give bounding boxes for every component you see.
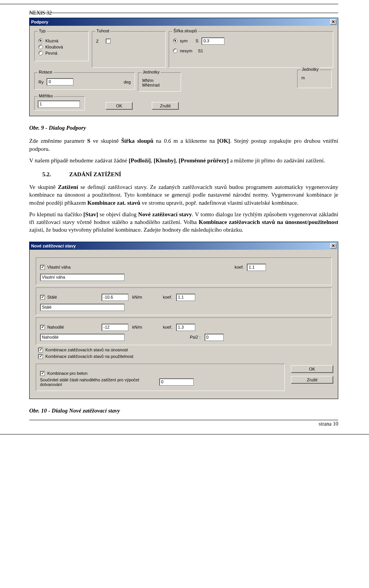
group-rotace: Rotace Ry 0 deg (34, 72, 135, 90)
s1-label: S1 (195, 48, 203, 53)
radio-kluzna-label: Kluzná (45, 38, 58, 43)
dialog2-titlebar: Nové zatěžovací stavy ✕ (30, 242, 338, 250)
group-tuhost-legend: Tuhost (95, 28, 110, 33)
radio-kloubova[interactable]: Kloubová (38, 45, 85, 49)
radio-pevna[interactable]: Pevná (38, 51, 85, 55)
radio-dot-icon (38, 45, 43, 49)
input-nahodile-koef[interactable]: 1.3 (176, 324, 195, 331)
input-ry[interactable]: 0 (47, 78, 73, 85)
figure-caption-9: Obr. 9 - Dialog Podpory (29, 124, 338, 132)
group-nahodile: Nahodilé -12 kN/m koef. 1.3 Nahodilé Psi… (36, 317, 332, 345)
check-komb-pouzitelnost[interactable]: Kombinace zatěžovacích stavů na použitel… (38, 354, 329, 359)
close-icon[interactable]: ✕ (330, 243, 336, 249)
group-rotace-legend: Rotace (38, 70, 53, 74)
unit-m: m (301, 75, 305, 80)
deg-label: deg (124, 80, 131, 84)
cancel-button-2[interactable]: Zrušit (291, 376, 333, 384)
dialog-titlebar: Podpory ✕ (30, 18, 338, 26)
input-nahodile-val[interactable]: -12 (101, 324, 128, 331)
dialog-nove-zs: Nové zatěžovací stavy ✕ Vlastní váha koe… (29, 242, 338, 399)
beton-text: Součinitel stálé části nahodilého zatíže… (40, 378, 155, 387)
check-beton-label: Kombinace pro beton (47, 371, 88, 376)
check-vlastni[interactable]: Vlastní váha (40, 265, 71, 270)
radio-pevna-label: Pevná (45, 51, 57, 55)
checkbox-icon (40, 265, 45, 270)
radio-kloubova-label: Kloubová (45, 45, 63, 49)
s-label: S (191, 38, 198, 43)
group-sirka: Šířka sloupů sym S 0.3 nesym S1 (169, 31, 333, 68)
radio-sym[interactable]: sym (173, 38, 188, 43)
input-meritko[interactable]: 1 (38, 100, 80, 108)
group-beton: Kombinace pro beton Součinitel stálé čás… (36, 364, 285, 391)
unit-knm: kN/m (132, 325, 159, 329)
radio-dot-icon (38, 51, 43, 55)
input-psi2[interactable]: 0 (204, 334, 224, 341)
check-z[interactable]: Z (96, 38, 161, 43)
radio-dot-icon (38, 38, 43, 43)
radio-kluzna[interactable]: Kluzná (38, 38, 85, 43)
group-jedn-rot-legend: Jednotky (141, 70, 161, 74)
group-tuhost: Tuhost Z (92, 31, 166, 68)
dialog2-title: Nové zatěžovací stavy (31, 244, 76, 248)
section-heading: 5.2.ZADÁNÍ ZATÍŽENÍ (42, 171, 338, 178)
paragraph-3: Ve skupině Zatížení se definují zatěžova… (29, 183, 338, 207)
group-typ: Typ Kluzná Kloubová Pevná (34, 31, 89, 61)
group-meritko: Měřítko 1 (34, 96, 85, 110)
radio-dot-icon (173, 38, 178, 43)
z-label: Z (96, 39, 99, 43)
radio-dot-icon (173, 48, 178, 53)
check-nahodile[interactable]: Nahodilé (40, 325, 98, 330)
footer-rule-2 (0, 434, 369, 434)
input-vlastni-name[interactable]: Vlastní váha (40, 274, 125, 281)
input-stale-val[interactable]: -10.6 (101, 294, 128, 301)
cancel-button[interactable]: Zrušit (152, 102, 179, 110)
unit-knm: kN/m (132, 295, 159, 299)
check-stale-label: Stálé (47, 295, 57, 299)
check-komb-unosnost[interactable]: Kombinace zatěžovacích stavů na únosnost (38, 347, 329, 352)
check-nahodile-label: Nahodilé (47, 325, 64, 329)
group-vlastni: Vlastní váha koef. 1.1 Vlastní váha (36, 257, 332, 285)
input-stale-koef[interactable]: 1.1 (176, 294, 195, 301)
check-beton[interactable]: Kombinace pro beton (40, 371, 281, 376)
dialog-podpory: Podpory ✕ Typ Kluzná Kloubová Pevná (29, 18, 338, 116)
input-vlastni-koef[interactable]: 1.1 (247, 264, 266, 271)
checkbox-icon (40, 371, 45, 376)
check-komb1-label: Kombinace zatěžovacích stavů na únosnost (45, 347, 128, 352)
radio-nesym-label: nesym (180, 48, 192, 53)
unit-mnm-rad: MNm/rad (142, 83, 177, 87)
check-komb2-label: Kombinace zatěžovacích stavů na použitel… (45, 354, 133, 359)
header-app-name: NEXIS 32 (29, 10, 52, 16)
dialog-title: Podpory (31, 20, 48, 24)
header-rule-2 (29, 13, 338, 13)
input-s[interactable]: 0.3 (201, 37, 224, 45)
psi2-label: Psi2 : (190, 335, 201, 339)
group-jedn-sirka-legend: Jednotky (301, 67, 320, 72)
section-number: 5.2. (42, 171, 69, 178)
input-nahodile-name[interactable]: Nahodilé (40, 334, 125, 341)
ok-button[interactable]: OK (106, 102, 133, 110)
header-rule (0, 4, 338, 4)
koef-label: koef. (163, 295, 172, 299)
input-stale-name[interactable]: Stálé (40, 304, 125, 311)
figure-caption-10: Obr. 10 - Dialog Nové zatěžovací stavy (29, 407, 338, 414)
close-icon[interactable]: ✕ (330, 19, 336, 25)
koef-label: koef. (163, 325, 172, 329)
checkbox-icon (38, 354, 43, 359)
koef-label: koef. (234, 265, 244, 269)
ry-label: Ry (38, 80, 43, 84)
group-jedn-rot: Jednotky MN/m MNm/rad (138, 72, 181, 92)
group-jedn-sirka: Jednotky m (297, 70, 332, 88)
ok-button-2[interactable]: OK (291, 365, 333, 373)
section-title: ZADÁNÍ ZATÍŽENÍ (69, 171, 121, 177)
checkbox-icon (38, 347, 43, 352)
checkbox-icon (106, 38, 111, 43)
checkbox-icon (40, 295, 45, 300)
input-beton[interactable]: 0 (159, 378, 194, 386)
group-stale: Stálé -10.6 kN/m koef. 1.1 Stálé (36, 287, 332, 315)
unit-mn-m: MN/m (142, 78, 177, 83)
check-stale[interactable]: Stálé (40, 295, 98, 300)
radio-nesym[interactable]: nesym (173, 48, 192, 53)
radio-sym-label: sym (180, 38, 188, 43)
group-typ-legend: Typ (38, 28, 47, 33)
checkbox-icon (40, 325, 45, 330)
